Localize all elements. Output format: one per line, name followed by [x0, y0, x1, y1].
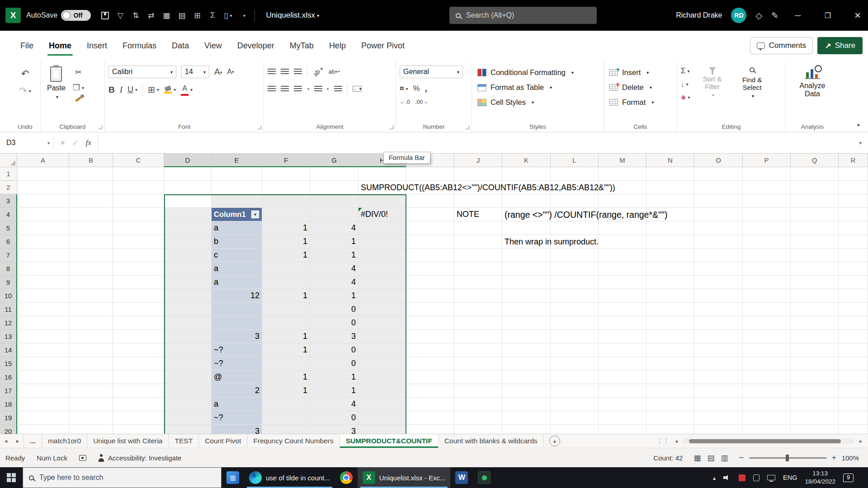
cell-k1[interactable] [502, 167, 551, 181]
cell-k20[interactable] [502, 425, 551, 434]
column-header-b[interactable]: B [69, 154, 113, 167]
cell-n3[interactable] [646, 194, 694, 208]
cell-a14[interactable] [17, 343, 69, 357]
cell-g20[interactable]: 3 [310, 425, 359, 434]
cell-a9[interactable] [17, 276, 69, 289]
cell-j1[interactable] [454, 167, 502, 181]
cell-q3[interactable] [791, 194, 839, 208]
ribbon-tab-insert[interactable]: Insert [79, 33, 115, 59]
cell-l17[interactable] [551, 384, 599, 398]
cell-k17[interactable] [502, 384, 551, 398]
analyze-data-button[interactable]: Analyze Data [789, 66, 835, 98]
cell-l18[interactable] [551, 398, 599, 411]
cell-k18[interactable] [502, 398, 551, 411]
cell-b13[interactable] [69, 330, 113, 343]
cell-h14[interactable] [359, 343, 406, 357]
search-box[interactable]: Search (Alt+Q) [449, 7, 597, 24]
cell-g8[interactable]: 4 [310, 262, 359, 276]
cell-r6[interactable] [839, 235, 868, 249]
close-button[interactable] [847, 0, 868, 31]
borders-icon[interactable] [189, 6, 205, 24]
cell-o17[interactable] [694, 384, 743, 398]
cell-f4[interactable] [262, 208, 310, 221]
cell-j20[interactable] [454, 425, 502, 434]
cell-a8[interactable] [17, 262, 69, 276]
cell-a5[interactable] [17, 221, 69, 235]
cell-m13[interactable] [599, 330, 646, 343]
cell-n18[interactable] [646, 398, 694, 411]
cell-b12[interactable] [69, 316, 113, 330]
cell-c15[interactable] [113, 357, 164, 371]
cell-f10[interactable]: 1 [262, 289, 310, 303]
cell-a11[interactable] [17, 303, 69, 316]
zoom-level[interactable]: 100% [842, 454, 859, 462]
cell-d2[interactable] [164, 181, 212, 194]
align-middle-icon[interactable] [281, 69, 289, 75]
cell-o11[interactable] [694, 303, 743, 316]
language-indicator[interactable]: ENG [783, 474, 797, 481]
cell-g13[interactable]: 3 [310, 330, 359, 343]
cell-b5[interactable] [69, 221, 113, 235]
cell-e5[interactable]: a [212, 221, 262, 235]
column-header-c[interactable]: C [113, 154, 164, 167]
cell-h20[interactable] [359, 425, 406, 434]
cell-l12[interactable] [551, 316, 599, 330]
autosave-toggle[interactable]: Off [61, 10, 91, 21]
row-header-3[interactable]: 3 [0, 194, 17, 208]
cell-p4[interactable] [743, 208, 791, 221]
cell-n13[interactable] [646, 330, 694, 343]
cell-o13[interactable] [694, 330, 743, 343]
cell-c7[interactable] [113, 249, 164, 262]
cell-r8[interactable] [839, 262, 868, 276]
column-header-l[interactable]: L [551, 154, 599, 167]
cell-q12[interactable] [791, 316, 839, 330]
cell-i19[interactable] [406, 411, 454, 425]
taskbar-search[interactable]: Type here to search [23, 467, 222, 488]
zoom-slider-thumb[interactable] [786, 455, 789, 461]
cell-m20[interactable] [599, 425, 646, 434]
cell-o18[interactable] [694, 398, 743, 411]
cell-e20[interactable]: 3 [212, 425, 262, 434]
cell-r2[interactable] [839, 181, 868, 194]
cell-f16[interactable]: 1 [262, 371, 310, 384]
cell-p11[interactable] [743, 303, 791, 316]
cell-g12[interactable]: 0 [310, 316, 359, 330]
cell-g10[interactable]: 1 [310, 289, 359, 303]
cell-j17[interactable] [454, 384, 502, 398]
cell-f8[interactable] [262, 262, 310, 276]
scrollbar-grip-icon[interactable]: ⋮⋮ [656, 437, 670, 445]
cell-g6[interactable]: 1 [310, 235, 359, 249]
row-header-19[interactable]: 19 [0, 411, 17, 425]
cell-a20[interactable] [17, 425, 69, 434]
expand-formula-bar-icon[interactable]: ▾ [853, 132, 868, 153]
cell-f20[interactable] [262, 425, 310, 434]
cell-h19[interactable] [359, 411, 406, 425]
macro-record-icon[interactable] [79, 455, 86, 461]
percent-style-icon[interactable] [413, 84, 420, 93]
cell-q9[interactable] [791, 276, 839, 289]
cell-m19[interactable] [599, 411, 646, 425]
cell-r9[interactable] [839, 276, 868, 289]
cell-q1[interactable] [791, 167, 839, 181]
cell-o7[interactable] [694, 249, 743, 262]
row-header-5[interactable]: 5 [0, 221, 17, 235]
cell-p12[interactable] [743, 316, 791, 330]
cell-k6[interactable]: Then wrap in sumproduct. [502, 235, 551, 249]
alignment-dialog-launcher[interactable] [389, 125, 393, 129]
cell-q5[interactable] [791, 221, 839, 235]
cell-h9[interactable] [359, 276, 406, 289]
cell-b19[interactable] [69, 411, 113, 425]
gem-icon[interactable] [755, 10, 762, 21]
cell-d18[interactable] [164, 398, 212, 411]
cell-r5[interactable] [839, 221, 868, 235]
cell-q14[interactable] [791, 343, 839, 357]
cell-b3[interactable] [69, 194, 113, 208]
cell-b9[interactable] [69, 276, 113, 289]
cell-k13[interactable] [502, 330, 551, 343]
row-header-17[interactable]: 17 [0, 384, 17, 398]
cell-a17[interactable] [17, 384, 69, 398]
taskbar-app-blue[interactable]: ▥ [222, 467, 244, 488]
column-header-o[interactable]: O [694, 154, 743, 167]
cell-b11[interactable] [69, 303, 113, 316]
cell-b17[interactable] [69, 384, 113, 398]
